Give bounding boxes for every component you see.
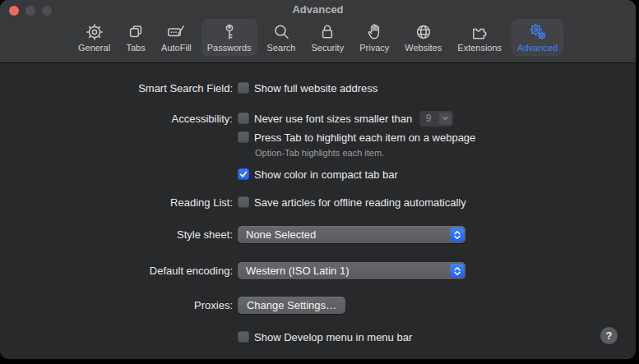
show-full-address-text: Show full website address <box>254 82 377 94</box>
tabs-icon <box>126 21 146 42</box>
show-full-address-checkbox[interactable] <box>238 82 249 94</box>
toolbar-tab-label: Websites <box>405 43 442 53</box>
reading-list-label: Reading List: <box>0 196 233 209</box>
preferences-toolbar: General Tabs <box>0 19 636 56</box>
proxies-label: Proxies: <box>0 299 233 311</box>
press-tab-text: Press Tab to highlight each item on a we… <box>254 131 475 144</box>
save-articles-offline-text: Save articles for offline reading automa… <box>254 196 466 209</box>
default-encoding-label: Default encoding: <box>0 265 233 277</box>
window-chrome: Advanced General Tabs <box>0 0 636 63</box>
gears-icon <box>528 21 548 42</box>
style-sheet-value: None Selected <box>246 228 316 241</box>
toolbar-tab-tabs[interactable]: Tabs <box>120 19 151 56</box>
window-title: Advanced <box>0 3 636 16</box>
toolbar-tab-label: Security <box>311 43 344 53</box>
magnifier-icon <box>271 21 291 42</box>
smart-search-row: Smart Search Field: Show full website ad… <box>0 80 636 96</box>
toolbar-tab-label: AutoFill <box>161 43 192 53</box>
preferences-window: Advanced General Tabs <box>0 0 636 359</box>
develop-menu-row: Show Develop menu in menu bar <box>0 329 636 345</box>
toolbar-tab-autofill[interactable]: AutoFill <box>155 19 197 56</box>
option-tab-note: Option-Tab highlights each item. <box>255 148 384 158</box>
help-label: ? <box>606 329 613 342</box>
press-tab-row: Press Tab to highlight each item on a we… <box>0 129 636 145</box>
style-sheet-label: Style sheet: <box>0 228 233 241</box>
show-color-compact-tab-checkbox[interactable] <box>238 168 249 180</box>
stepper-icon <box>450 228 464 242</box>
default-encoding-select[interactable]: Western (ISO Latin 1) <box>238 262 465 279</box>
default-encoding-row: Default encoding: Western (ISO Latin 1) <box>0 262 636 279</box>
key-icon <box>220 21 239 42</box>
tab-bar-color-row: Show color in compact tab bar <box>0 166 636 182</box>
toolbar-tab-websites[interactable]: Websites <box>399 19 447 56</box>
lock-icon <box>317 21 337 42</box>
hand-icon <box>364 21 384 42</box>
autofill-icon <box>166 21 186 42</box>
font-size-value: 9 <box>419 113 438 124</box>
show-develop-menu-checkbox[interactable] <box>238 331 249 343</box>
toolbar-tab-label: Tabs <box>126 43 145 53</box>
toolbar-tab-security[interactable]: Security <box>305 19 350 56</box>
proxies-row: Proxies: Change Settings… <box>0 297 636 314</box>
toolbar-tab-label: Passwords <box>207 43 252 53</box>
font-size-select: 9 <box>419 111 453 127</box>
change-settings-button[interactable]: Change Settings… <box>238 297 345 314</box>
reading-list-row: Reading List: Save articles for offline … <box>0 194 636 210</box>
show-develop-menu-text: Show Develop menu in menu bar <box>254 331 412 343</box>
press-tab-checkbox[interactable] <box>238 131 249 143</box>
accessibility-label: Accessibility: <box>0 113 233 125</box>
toolbar-tab-privacy[interactable]: Privacy <box>354 19 395 56</box>
never-use-font-sizes-checkbox[interactable] <box>238 113 249 124</box>
toolbar-tab-extensions[interactable]: Extensions <box>451 19 507 56</box>
puzzle-icon <box>470 21 489 42</box>
toolbar-tab-advanced[interactable]: Advanced <box>512 19 563 56</box>
toolbar-tab-label: Privacy <box>359 43 389 53</box>
style-sheet-select[interactable]: None Selected <box>238 226 465 243</box>
toolbar-tab-search[interactable]: Search <box>262 19 302 56</box>
chevron-down-icon <box>439 113 451 125</box>
gear-icon <box>85 21 104 42</box>
toolbar-tab-label: General <box>78 43 110 53</box>
toolbar-tab-label: Search <box>267 43 296 53</box>
never-use-font-sizes-text: Never use font sizes smaller than <box>254 113 412 125</box>
toolbar-tab-passwords[interactable]: Passwords <box>201 19 257 56</box>
check-icon <box>239 170 248 178</box>
default-encoding-value: Western (ISO Latin 1) <box>246 265 349 277</box>
toolbar-tab-general[interactable]: General <box>72 19 116 56</box>
smart-search-label: Smart Search Field: <box>0 82 233 94</box>
save-articles-offline-checkbox[interactable] <box>238 196 249 208</box>
show-color-compact-tab-text: Show color in compact tab bar <box>254 168 398 181</box>
toolbar-tab-label: Extensions <box>457 43 502 53</box>
style-sheet-row: Style sheet: None Selected <box>0 226 636 243</box>
toolbar-tab-label: Advanced <box>517 43 558 53</box>
accessibility-font-size-row: Accessibility: Never use font sizes smal… <box>0 110 636 127</box>
help-button[interactable]: ? <box>600 327 618 344</box>
globe-icon <box>414 21 433 42</box>
stepper-icon <box>450 264 464 278</box>
